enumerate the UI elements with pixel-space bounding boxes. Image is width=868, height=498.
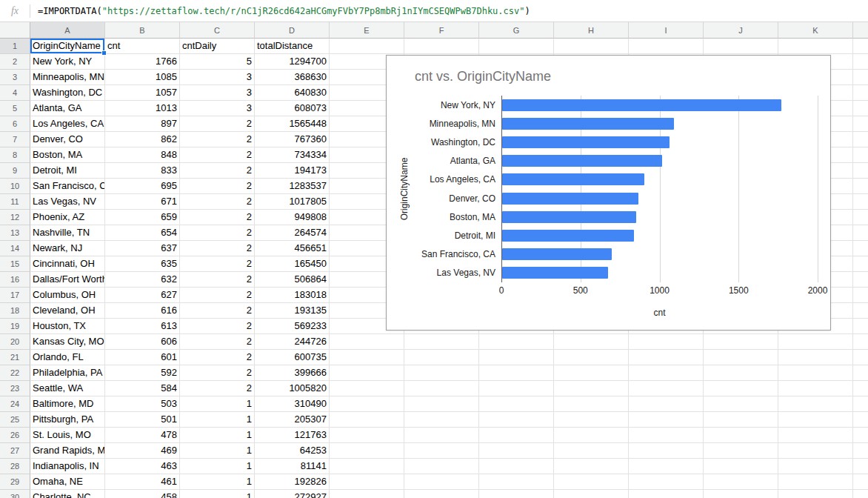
cell-partial-24[interactable] — [853, 396, 868, 412]
cell-partial-13[interactable] — [853, 225, 868, 241]
cell-B8[interactable]: 848 — [105, 147, 180, 163]
row-header-18[interactable]: 18 — [0, 303, 30, 319]
cell-F21[interactable] — [404, 350, 479, 365]
column-header-A[interactable]: A — [30, 22, 105, 39]
cell-H20[interactable] — [554, 334, 629, 350]
cell-D15[interactable]: 165450 — [255, 256, 330, 272]
cell-K1[interactable] — [778, 39, 853, 54]
cell-C23[interactable]: 2 — [180, 381, 255, 396]
cell-K29[interactable] — [778, 474, 853, 490]
cell-C9[interactable]: 2 — [180, 163, 255, 179]
cell-D27[interactable]: 64253 — [255, 443, 330, 459]
cell-B26[interactable]: 478 — [105, 428, 180, 443]
cell-I23[interactable] — [629, 381, 704, 396]
cell-D7[interactable]: 767360 — [255, 132, 330, 147]
cell-A1[interactable]: OriginCityName — [30, 39, 105, 54]
cell-B5[interactable]: 1013 — [105, 101, 180, 116]
cell-C29[interactable]: 1 — [180, 474, 255, 490]
cell-K22[interactable] — [778, 365, 853, 381]
cell-C20[interactable]: 2 — [180, 334, 255, 350]
cell-D18[interactable]: 193135 — [255, 303, 330, 319]
cell-C5[interactable]: 3 — [180, 101, 255, 116]
cell-B28[interactable]: 463 — [105, 459, 180, 474]
cell-partial-17[interactable] — [853, 288, 868, 303]
column-header-H[interactable]: H — [554, 22, 629, 39]
cell-F28[interactable] — [404, 459, 479, 474]
cell-A15[interactable]: Cincinnati, OH — [30, 256, 105, 272]
cell-H26[interactable] — [554, 428, 629, 443]
cell-I24[interactable] — [629, 396, 704, 412]
cell-C11[interactable]: 2 — [180, 194, 255, 210]
cell-B15[interactable]: 635 — [105, 256, 180, 272]
cell-B19[interactable]: 613 — [105, 319, 180, 334]
cell-J28[interactable] — [704, 459, 778, 474]
row-header-14[interactable]: 14 — [0, 241, 30, 256]
cell-A3[interactable]: Minneapolis, MN — [30, 70, 105, 85]
cell-partial-9[interactable] — [853, 163, 868, 179]
cell-D19[interactable]: 569233 — [255, 319, 330, 334]
cell-D12[interactable]: 949808 — [255, 210, 330, 225]
cell-partial-14[interactable] — [853, 241, 868, 256]
cell-B11[interactable]: 671 — [105, 194, 180, 210]
cell-F26[interactable] — [404, 428, 479, 443]
column-header-D[interactable]: D — [255, 22, 330, 39]
row-header-6[interactable]: 6 — [0, 116, 30, 132]
row-header-16[interactable]: 16 — [0, 272, 30, 288]
cell-A25[interactable]: Pittsburgh, PA — [30, 412, 105, 428]
row-header-22[interactable]: 22 — [0, 365, 30, 381]
cell-partial-18[interactable] — [853, 303, 868, 319]
cell-G28[interactable] — [479, 459, 554, 474]
cell-C17[interactable]: 2 — [180, 288, 255, 303]
cell-B1[interactable]: cnt — [105, 39, 180, 54]
cell-partial-3[interactable] — [853, 70, 868, 85]
cell-B7[interactable]: 862 — [105, 132, 180, 147]
cell-C16[interactable]: 2 — [180, 272, 255, 288]
cell-B4[interactable]: 1057 — [105, 85, 180, 101]
cell-D24[interactable]: 310490 — [255, 396, 330, 412]
cell-K20[interactable] — [778, 334, 853, 350]
cell-C14[interactable]: 2 — [180, 241, 255, 256]
cell-partial-30[interactable] — [853, 490, 868, 498]
cell-D11[interactable]: 1017805 — [255, 194, 330, 210]
cell-C13[interactable]: 2 — [180, 225, 255, 241]
cell-B10[interactable]: 695 — [105, 179, 180, 194]
cell-F23[interactable] — [404, 381, 479, 396]
cell-B9[interactable]: 833 — [105, 163, 180, 179]
cell-J22[interactable] — [704, 365, 778, 381]
cell-A16[interactable]: Dallas/Fort Worth, TX — [30, 272, 105, 288]
cell-A22[interactable]: Philadelphia, PA — [30, 365, 105, 381]
cell-partial-6[interactable] — [853, 116, 868, 132]
column-header-F[interactable]: F — [404, 22, 479, 39]
cell-E25[interactable] — [330, 412, 404, 428]
cell-partial-26[interactable] — [853, 428, 868, 443]
column-header-J[interactable]: J — [704, 22, 778, 39]
cell-B13[interactable]: 654 — [105, 225, 180, 241]
cell-H28[interactable] — [554, 459, 629, 474]
cell-A14[interactable]: Newark, NJ — [30, 241, 105, 256]
row-header-23[interactable]: 23 — [0, 381, 30, 396]
cell-K24[interactable] — [778, 396, 853, 412]
cell-partial-4[interactable] — [853, 85, 868, 101]
cell-partial-16[interactable] — [853, 272, 868, 288]
cell-A8[interactable]: Boston, MA — [30, 147, 105, 163]
cell-A11[interactable]: Las Vegas, NV — [30, 194, 105, 210]
cell-E28[interactable] — [330, 459, 404, 474]
cell-B18[interactable]: 616 — [105, 303, 180, 319]
row-header-15[interactable]: 15 — [0, 256, 30, 272]
cell-C19[interactable]: 2 — [180, 319, 255, 334]
cell-D21[interactable]: 600735 — [255, 350, 330, 365]
cell-F22[interactable] — [404, 365, 479, 381]
cell-partial-7[interactable] — [853, 132, 868, 147]
cell-I1[interactable] — [629, 39, 704, 54]
row-header-26[interactable]: 26 — [0, 428, 30, 443]
cell-C6[interactable]: 2 — [180, 116, 255, 132]
cell-A27[interactable]: Grand Rapids, MI — [30, 443, 105, 459]
cell-I28[interactable] — [629, 459, 704, 474]
cell-H1[interactable] — [554, 39, 629, 54]
row-header-8[interactable]: 8 — [0, 147, 30, 163]
cell-E30[interactable] — [330, 490, 404, 498]
cell-J21[interactable] — [704, 350, 778, 365]
cell-E24[interactable] — [330, 396, 404, 412]
cell-K23[interactable] — [778, 381, 853, 396]
cell-B6[interactable]: 897 — [105, 116, 180, 132]
